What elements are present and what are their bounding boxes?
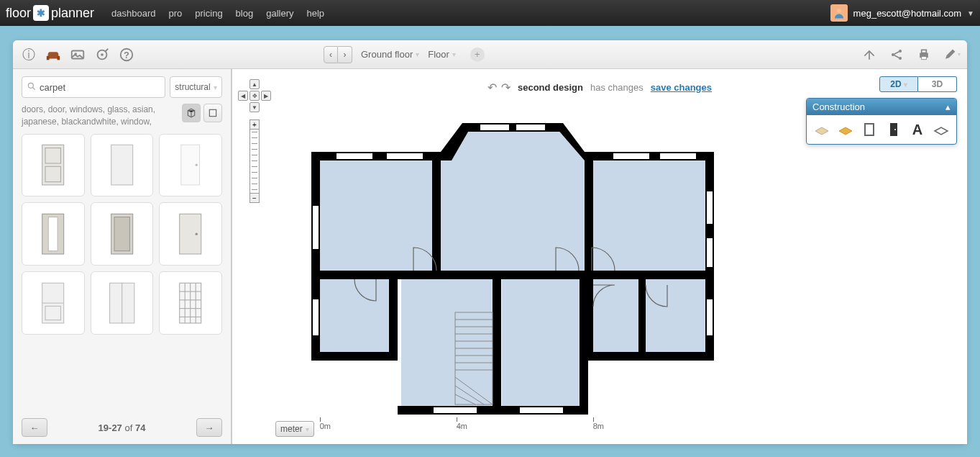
brand-icon: ✱ [33,5,49,21]
floor-tool-icon[interactable] [835,119,856,140]
svg-marker-46 [441,130,585,271]
pan-right[interactable]: ▶ [261,91,271,101]
nav-gallery[interactable]: gallery [266,8,293,19]
nav-pro[interactable]: pro [169,8,183,19]
svg-rect-81 [313,299,319,335]
page-prev-button[interactable]: ← [22,418,47,437]
share-icon[interactable] [887,45,907,65]
svg-rect-16 [209,109,216,116]
svg-rect-42 [865,124,874,135]
text-tool-icon[interactable]: A [907,119,928,140]
chevron-down-icon: ▾ [904,81,907,89]
pan-up[interactable]: ▲ [249,79,260,89]
user-menu[interactable]: meg_escott@hotmail.com ▼ [830,4,974,22]
canvas[interactable]: ▲ ◀ ✥ ▶ ▼ + − [232,69,967,444]
search-icon [27,81,37,94]
view-3d-button[interactable] [182,104,201,122]
svg-rect-13 [922,50,927,53]
view-2d-label: 2D [890,79,901,89]
save-link[interactable]: save changes [651,82,712,93]
ruler-marks: 0m 4m 8m [320,422,608,436]
library-item[interactable] [22,202,85,266]
zoom-slider[interactable]: + − [249,119,260,203]
library-item[interactable] [91,202,154,266]
redo-button[interactable]: ↷ [501,81,510,94]
svg-rect-50 [502,278,585,411]
zoom-in-button[interactable]: + [249,119,260,130]
floor-dropdown[interactable]: Floor ▾ [428,49,456,60]
nav-dashboard[interactable]: dashboard [111,8,155,19]
unit-select[interactable]: meter ▾ [275,421,314,437]
left-tool-group: ⓘ ? [19,45,137,65]
nav-help[interactable]: help [306,8,324,19]
pan-down[interactable]: ▼ [249,102,260,112]
nav-next[interactable]: › [338,46,352,63]
nav-pricing[interactable]: pricing [195,8,222,19]
svg-point-28 [196,232,198,235]
svg-rect-14 [922,56,927,59]
construction-title: Construction [812,101,865,112]
library-item[interactable] [91,271,154,335]
nav-prev[interactable]: ‹ [324,46,338,63]
view-mode-toggle: 2D ▾ 3D [879,76,957,92]
nav-blog[interactable]: blog [236,8,254,19]
tags-list: doors, door, windows, glass, asian, japa… [22,104,182,128]
view-3d-toggle[interactable]: 3D [918,76,957,92]
media-icon[interactable] [68,45,88,65]
svg-rect-24 [48,217,58,251]
tools-icon[interactable] [92,45,112,65]
floor-label: Floor [428,49,449,60]
page-next-button[interactable]: → [196,418,222,437]
construction-header[interactable]: Construction ▴ [807,99,956,115]
settings-icon[interactable]: ▾ [941,45,961,65]
library-item[interactable] [159,271,222,335]
svg-rect-64 [311,271,714,279]
svg-rect-72 [387,153,423,159]
floor-current[interactable]: Ground floor ▾ [361,49,419,60]
changes-text: has changes [590,82,644,93]
search-box[interactable] [22,76,165,98]
pagination: ← 19-27 of 74 → [22,418,222,437]
page-of: of [124,422,132,433]
room-tool-icon[interactable] [812,119,832,140]
svg-rect-52 [646,278,707,353]
view-2d-toggle[interactable]: 2D ▾ [879,76,918,92]
wall-tool-icon[interactable] [859,119,879,140]
brand-logo[interactable]: floor ✱ planner [6,5,94,21]
view-2d-button[interactable] [203,104,222,122]
library-item[interactable] [22,134,85,197]
library-item[interactable] [159,134,222,197]
ruler-0: 0m [320,422,331,430]
svg-rect-51 [592,278,638,353]
zoom-out-button[interactable]: − [249,193,260,203]
undo-button[interactable]: ↶ [487,81,497,94]
svg-rect-65 [311,352,398,361]
floorplan[interactable] [297,105,728,422]
library-item[interactable] [22,271,85,335]
ruler-4: 4m [457,422,467,430]
design-name: second design [518,82,583,93]
brand-text-1: floor [6,6,31,21]
search-input[interactable] [40,82,160,93]
page-info: 19-27 of 74 [99,422,146,433]
door-tool-icon[interactable] [884,119,904,140]
ruler-8: 8m [593,422,604,430]
svg-rect-80 [313,206,319,249]
info-icon[interactable]: ⓘ [19,45,39,65]
furniture-icon[interactable] [43,45,63,65]
print-icon[interactable] [914,45,934,65]
export-icon[interactable] [859,45,879,65]
pan-left[interactable]: ◀ [238,91,248,101]
help-icon[interactable]: ? [116,45,137,65]
dimension-tool-icon[interactable] [931,119,951,140]
filter-select[interactable]: structural ▾ [170,76,222,98]
svg-rect-2 [58,55,60,60]
svg-rect-20 [111,145,133,186]
library-item[interactable] [91,134,154,197]
library-item[interactable] [159,202,222,266]
svg-rect-67 [493,278,501,415]
add-floor-button[interactable]: + [470,47,485,62]
nav-arrows: ‹ › [324,46,352,63]
svg-rect-75 [613,153,649,159]
pan-center[interactable]: ✥ [249,91,260,101]
